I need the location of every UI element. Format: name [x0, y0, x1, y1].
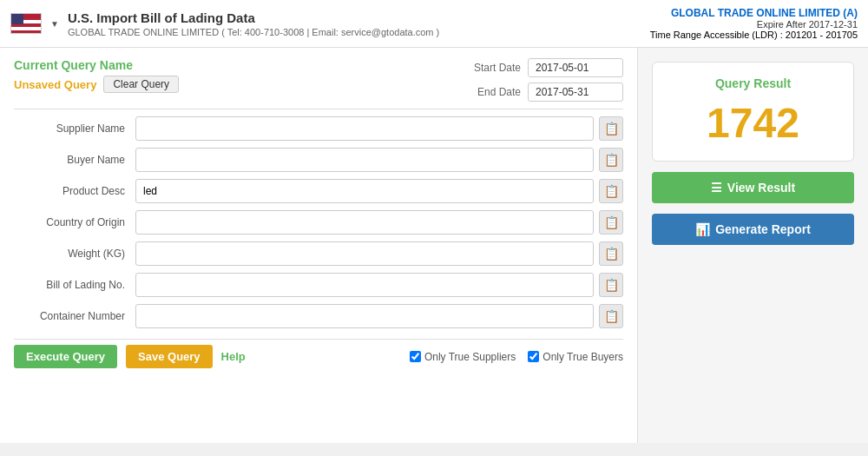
end-date-row: End Date: [477, 83, 623, 102]
current-query-label: Current Query Name: [14, 58, 474, 72]
buyer-name-input-wrap: 📋: [135, 148, 623, 172]
header-title-block: U.S. Import Bill of Lading Data GLOBAL T…: [68, 10, 439, 37]
only-suppliers-item: Only True Suppliers: [410, 351, 516, 363]
supplier-name-row: Supplier Name 📋: [14, 116, 623, 141]
country-list-icon[interactable]: 📋: [599, 210, 623, 235]
left-panel: Current Query Name Unsaved Query Clear Q…: [0, 48, 638, 443]
container-row: Container Number 📋: [14, 304, 623, 328]
country-origin-input-wrap: 📋: [135, 210, 623, 235]
buyer-list-icon[interactable]: 📋: [599, 148, 623, 172]
only-suppliers-checkbox[interactable]: [410, 351, 421, 362]
us-flag-icon: [10, 13, 42, 34]
flag-dropdown-arrow[interactable]: ▼: [50, 19, 59, 29]
product-list-icon[interactable]: 📋: [599, 179, 623, 203]
divider: [14, 109, 623, 109]
execute-query-button[interactable]: Execute Query: [14, 345, 117, 368]
app-title: U.S. Import Bill of Lading Data: [68, 10, 439, 25]
bol-input-wrap: 📋: [135, 273, 623, 297]
only-suppliers-label: Only True Suppliers: [424, 351, 516, 363]
list-rows-icon: ☰: [711, 181, 722, 195]
supplier-list-icon[interactable]: 📋: [599, 116, 623, 141]
bol-row: Bill of Lading No. 📋: [14, 273, 623, 297]
right-panel: Query Result 1742 ☰ View Result 📊 Genera…: [638, 48, 868, 443]
time-range-label: Time Range Accessible (LDR) : 201201 - 2…: [650, 30, 858, 40]
generate-report-button[interactable]: 📊 Generate Report: [652, 214, 854, 245]
bol-input[interactable]: [135, 273, 594, 297]
supplier-name-input[interactable]: [135, 116, 594, 141]
only-buyers-checkbox[interactable]: [528, 351, 539, 362]
clear-query-button[interactable]: Clear Query: [103, 76, 179, 93]
weight-list-icon[interactable]: 📋: [599, 241, 623, 266]
product-desc-input-wrap: 📋: [135, 179, 623, 203]
query-result-box: Query Result 1742: [652, 62, 854, 162]
weight-input-wrap: 📋: [135, 241, 623, 266]
checkbox-group: Only True Suppliers Only True Buyers: [410, 351, 623, 363]
chart-icon: 📊: [695, 222, 710, 236]
date-section: Start Date End Date: [474, 58, 623, 102]
query-header: Current Query Name Unsaved Query Clear Q…: [14, 58, 623, 102]
weight-input[interactable]: [135, 241, 594, 266]
view-result-button[interactable]: ☰ View Result: [652, 172, 854, 203]
weight-row: Weight (KG) 📋: [14, 241, 623, 266]
country-origin-row: Country of Origin 📋: [14, 210, 623, 235]
expire-label: Expire After 2017-12-31: [650, 19, 858, 30]
container-label: Container Number: [14, 310, 135, 322]
start-date-input[interactable]: [528, 58, 623, 77]
company-name: GLOBAL TRADE ONLINE LIMITED (A): [650, 7, 858, 19]
generate-report-label: Generate Report: [715, 222, 811, 236]
header: ▼ U.S. Import Bill of Lading Data GLOBAL…: [0, 0, 868, 48]
start-date-row: Start Date: [474, 58, 623, 77]
country-origin-label: Country of Origin: [14, 216, 135, 228]
product-desc-label: Product Desc: [14, 185, 135, 197]
footer-bar: Execute Query Save Query Help Only True …: [14, 339, 623, 373]
buyer-name-input[interactable]: [135, 148, 594, 172]
save-query-button[interactable]: Save Query: [126, 345, 213, 368]
end-date-input[interactable]: [528, 83, 623, 102]
country-origin-input[interactable]: [135, 210, 594, 235]
container-input-wrap: 📋: [135, 304, 623, 328]
buyer-name-label: Buyer Name: [14, 154, 135, 166]
start-date-label: Start Date: [474, 62, 521, 74]
unsaved-query-label: Unsaved Query: [14, 78, 96, 91]
view-result-label: View Result: [727, 181, 795, 195]
only-buyers-label: Only True Buyers: [542, 351, 623, 363]
help-link[interactable]: Help: [221, 350, 246, 363]
product-desc-input[interactable]: [135, 179, 594, 203]
container-input[interactable]: [135, 304, 594, 328]
product-desc-row: Product Desc 📋: [14, 179, 623, 203]
query-result-title: Query Result: [667, 76, 839, 90]
header-left: ▼ U.S. Import Bill of Lading Data GLOBAL…: [10, 10, 439, 37]
end-date-label: End Date: [477, 86, 521, 98]
bol-list-icon[interactable]: 📋: [599, 273, 623, 297]
buyer-name-row: Buyer Name 📋: [14, 148, 623, 172]
only-buyers-item: Only True Buyers: [528, 351, 623, 363]
form-grid: Supplier Name 📋 Buyer Name 📋 Product Des…: [14, 116, 623, 328]
supplier-name-label: Supplier Name: [14, 122, 135, 135]
supplier-name-input-wrap: 📋: [135, 116, 623, 141]
container-list-icon[interactable]: 📋: [599, 304, 623, 328]
company-subtitle: GLOBAL TRADE ONLINE LIMITED ( Tel: 400-7…: [68, 27, 439, 37]
query-result-count: 1742: [667, 99, 839, 147]
query-name-section: Current Query Name Unsaved Query Clear Q…: [14, 58, 474, 93]
header-right: GLOBAL TRADE ONLINE LIMITED (A) Expire A…: [650, 7, 858, 40]
bol-label: Bill of Lading No.: [14, 279, 135, 291]
weight-label: Weight (KG): [14, 248, 135, 260]
